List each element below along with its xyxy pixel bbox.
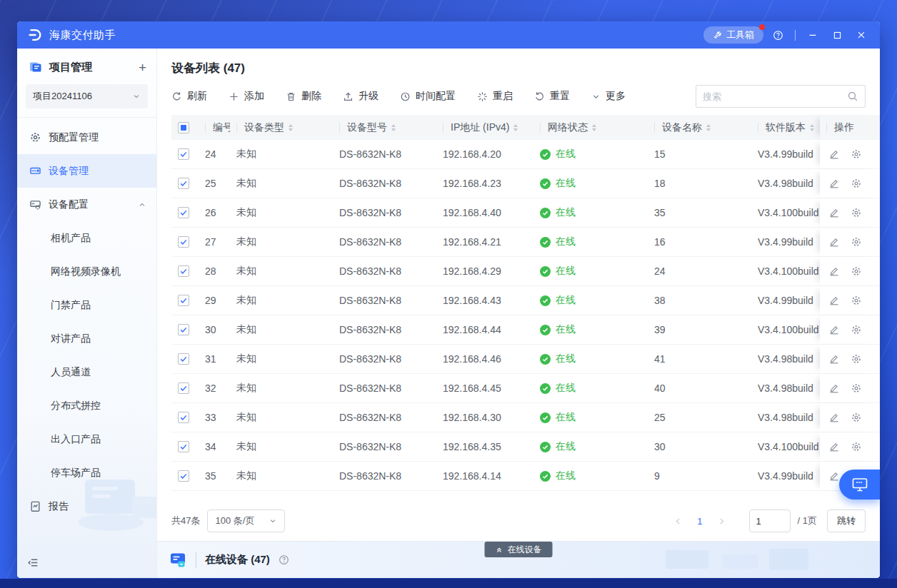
row-checkbox[interactable] [178,382,189,394]
row-checkbox[interactable] [178,324,189,335]
add-project-button[interactable]: + [139,61,146,74]
pager: 1 [673,516,726,527]
sort-toggle[interactable] [289,122,293,133]
edit-button[interactable] [828,148,840,160]
sidebar-subitem-distributed-control[interactable]: 分布式拼控 [17,389,156,422]
edit-button[interactable] [828,470,840,482]
settings-gear-button[interactable] [851,324,862,335]
reset-button[interactable]: 重置 [534,90,570,103]
settings-gear-button[interactable] [851,148,862,160]
edit-button[interactable] [828,178,840,189]
page-size-select[interactable]: 100 条/页 [207,510,285,532]
table-row: 32未知DS-8632N-K8192.168.4.45在线40V3.4.98bu… [171,374,880,403]
edit-button[interactable] [828,236,840,248]
settings-gear-button[interactable] [851,441,862,452]
jump-button[interactable]: 跳转 [827,510,866,532]
edit-button[interactable] [828,265,840,277]
sidebar-subitem-entrance-exit[interactable]: 出入口产品 [17,422,156,456]
close-button[interactable] [851,26,871,44]
edit-button[interactable] [828,441,840,452]
settings-gear-button[interactable] [851,265,862,277]
sidebar-item-device-management[interactable]: 设备管理 [17,154,156,188]
sidebar-subitem-camera[interactable]: 相机产品 [17,221,156,255]
subitem-label: 门禁产品 [51,299,91,312]
delete-button[interactable]: 删除 [286,90,321,103]
total-count-label: 共47条 [171,514,200,527]
online-devices-float-button[interactable] [839,470,880,500]
restart-button[interactable]: 重启 [477,90,513,103]
sidebar-subitem-intercom[interactable]: 对讲产品 [17,322,156,355]
cell-device-type: 未知 [230,257,333,285]
search-input[interactable] [703,91,847,102]
next-page-button[interactable] [717,517,726,526]
page-jump-input[interactable] [749,510,791,532]
row-checkbox[interactable] [178,441,189,452]
edit-button[interactable] [828,324,840,335]
pagination: 共47条 100 条/页 1 / [171,501,866,541]
cell-ip: 192.168.4.30 [436,403,533,432]
more-button[interactable]: 更多 [591,90,626,103]
help-button[interactable] [768,26,788,44]
prev-page-button[interactable] [673,517,683,526]
online-tab-label: 在线设备 [508,544,542,556]
sidebar-subitem-parking[interactable]: 停车场产品 [17,456,156,490]
sidebar-collapse-button[interactable] [27,557,39,571]
row-checkbox[interactable] [178,207,189,218]
settings-gear-button[interactable] [851,412,862,423]
app-window: 海康交付助手 工具箱 [17,21,880,578]
cell-id: 26 [199,198,230,227]
add-button[interactable]: 添加 [229,90,264,103]
sort-toggle[interactable] [592,122,596,133]
sidebar-subitem-access-control[interactable]: 门禁产品 [17,288,156,322]
edit-button[interactable] [828,353,840,365]
row-checkbox[interactable] [178,148,189,160]
online-devices-collapse-tab[interactable]: 在线设备 [485,542,553,557]
online-devices-help-icon[interactable] [279,554,289,565]
toolbar-label: 重启 [493,90,513,103]
cell-id: 34 [199,432,230,461]
row-checkbox[interactable] [178,470,189,482]
settings-gear-button[interactable] [851,178,862,189]
sort-toggle[interactable] [391,122,396,133]
project-select[interactable]: 项目20241106 [26,84,148,108]
sidebar-subitem-nvr[interactable]: 网络视频录像机 [17,255,156,288]
settings-gear-button[interactable] [851,382,862,394]
sidebar-item-preconfig[interactable]: 预配置管理 [17,121,156,154]
sidebar-item-device-config[interactable]: 设备配置 [17,188,156,221]
edit-button[interactable] [828,412,840,423]
row-checkbox[interactable] [178,295,189,306]
cell-software-version: V3.4.99build [751,286,820,315]
status-text: 在线 [556,265,576,278]
maximize-button[interactable] [827,26,847,44]
sort-toggle[interactable] [810,122,814,133]
time-config-button[interactable]: 时间配置 [400,90,456,103]
settings-gear-button[interactable] [851,236,862,248]
row-checkbox[interactable] [178,236,189,248]
row-checkbox[interactable] [178,178,189,189]
row-checkbox[interactable] [178,265,189,277]
sort-toggle[interactable] [513,122,518,133]
online-devices-bar[interactable]: 在线设备 (47) 在线设备 [157,541,880,578]
current-page-number[interactable]: 1 [697,516,702,527]
sort-toggle[interactable] [706,122,711,133]
settings-gear-button[interactable] [851,207,862,218]
toolbox-button[interactable]: 工具箱 [703,26,763,44]
edit-button[interactable] [828,382,840,394]
status-text: 在线 [556,177,576,190]
upgrade-button[interactable]: 升级 [343,90,379,103]
cell-ip: 192.168.4.35 [436,432,533,461]
sidebar-subitem-pedestrian-channel[interactable]: 人员通道 [17,355,156,389]
row-checkbox[interactable] [178,412,189,423]
settings-gear-button[interactable] [851,353,862,365]
sidebar-item-report[interactable]: 报告 [17,490,156,523]
cell-ip: 192.168.4.45 [436,374,533,402]
refresh-button[interactable]: 刷新 [171,90,207,103]
cell-id: 33 [199,403,230,432]
edit-button[interactable] [828,207,840,218]
settings-gear-button[interactable] [851,295,862,306]
minimize-button[interactable] [803,26,823,44]
edit-button[interactable] [828,295,840,306]
select-all-checkbox[interactable] [178,122,189,133]
notification-dot [759,24,765,30]
row-checkbox[interactable] [178,353,189,365]
